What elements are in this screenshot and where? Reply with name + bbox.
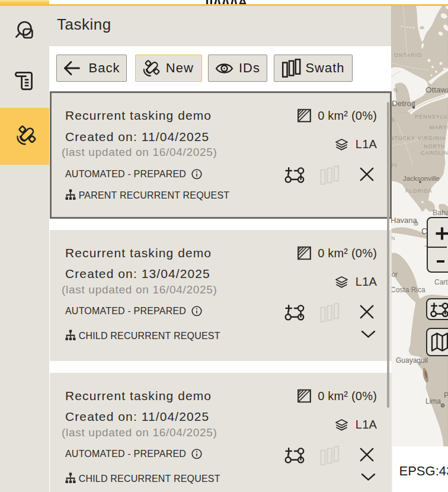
svg-text:Havana: Havana — [391, 216, 418, 225]
svg-text:PENNSYLVA: PENNSYLVA — [415, 114, 448, 120]
svg-text:Costa Rica: Costa Rica — [391, 286, 425, 294]
svg-text:NTUCKY: NTUCKY — [391, 135, 415, 141]
svg-text:MARYL: MARYL — [430, 124, 448, 130]
svg-text:P: P — [444, 391, 448, 400]
svg-text:CAROLINA: CAROLINA — [421, 150, 448, 156]
svg-text:Jacksonville: Jacksonville — [403, 175, 440, 182]
svg-text:Ottawa: Ottawa — [425, 85, 448, 94]
svg-text:Detroit: Detroit — [392, 99, 415, 108]
svg-text:Guayaquil: Guayaquil — [396, 356, 428, 365]
svg-text:ONTARIO: ONTARIO — [394, 52, 422, 58]
svg-text:N: N — [391, 235, 395, 241]
svg-text:Bahar: Bahar — [433, 209, 448, 217]
svg-text:NORTH: NORTH — [424, 143, 446, 149]
svg-text:FLORIDA: FLORIDA — [405, 188, 433, 194]
svg-text:S: S — [391, 117, 395, 123]
svg-text:PI: PI — [391, 162, 398, 168]
svg-text:lor: lor — [391, 270, 398, 279]
svg-text:N: N — [393, 87, 398, 93]
svg-text:Lima: Lima — [425, 397, 441, 405]
svg-text:Cart: Cart — [434, 278, 448, 286]
svg-text:VIRGINIA: VIRGINIA — [418, 135, 446, 141]
